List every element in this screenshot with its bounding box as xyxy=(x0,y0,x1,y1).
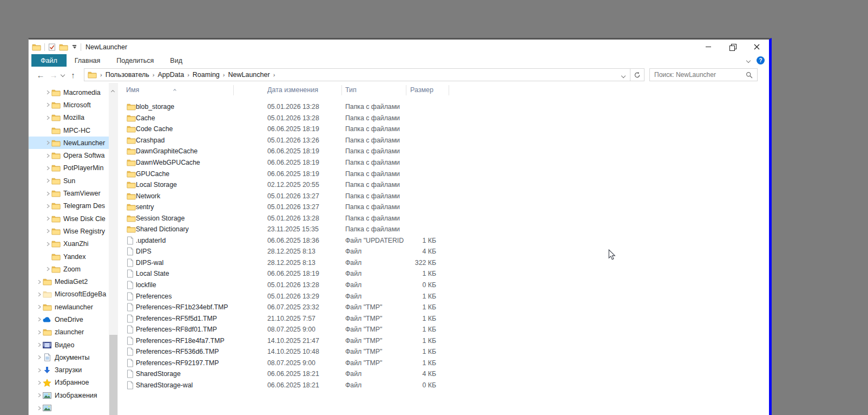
breadcrumb-separator-icon[interactable]: › xyxy=(187,72,190,78)
sidebar-item[interactable]: Mozilla xyxy=(29,112,109,124)
breadcrumb-item[interactable]: Пользователь xyxy=(106,71,149,79)
sidebar-item[interactable]: Opera Softwa xyxy=(29,149,109,161)
tab-file[interactable]: Файл xyxy=(31,54,67,67)
address-bar[interactable]: ›Пользователь›AppData›Roaming›NewLaunche… xyxy=(84,68,630,81)
scroll-up-icon[interactable] xyxy=(111,90,115,94)
tree-expand-icon[interactable] xyxy=(45,216,51,221)
table-row[interactable]: Preferences~RF1b234ebf.TMP06.07.2025 23:… xyxy=(118,302,769,313)
tree-expand-icon[interactable] xyxy=(36,317,42,322)
table-row[interactable]: DawnGraphiteCache06.06.2025 18:19Папка с… xyxy=(118,146,769,157)
tree-expand-icon[interactable] xyxy=(45,229,51,234)
tree-expand-icon[interactable] xyxy=(45,178,51,183)
sidebar-item[interactable]: MPC-HC xyxy=(29,124,109,137)
restore-button[interactable] xyxy=(720,40,745,54)
table-row[interactable]: Code Cache06.06.2025 18:19Папка с файлам… xyxy=(118,124,769,135)
column-header-date[interactable]: Дата изменения xyxy=(267,86,318,94)
sidebar-item[interactable]: NewLauncher xyxy=(29,137,109,149)
table-row[interactable]: DawnWebGPUCache06.06.2025 18:19Папка с ф… xyxy=(118,157,769,168)
minimize-button[interactable] xyxy=(696,40,720,54)
table-row[interactable]: .updaterId06.06.2025 18:36Файл "UPDATERI… xyxy=(118,235,769,247)
address-dropdown-icon[interactable] xyxy=(621,74,626,78)
tree-expand-icon[interactable] xyxy=(45,166,51,171)
table-row[interactable]: blob_storage05.01.2026 13:28Папка с файл… xyxy=(118,101,769,113)
tree-expand-icon[interactable] xyxy=(36,292,42,297)
sidebar-item[interactable]: PotPlayerMin xyxy=(29,162,109,174)
tree-expand-icon[interactable] xyxy=(36,406,42,411)
sidebar-scrollbar[interactable] xyxy=(109,83,118,415)
table-row[interactable]: Local State06.06.2025 18:19Файл1 КБ xyxy=(118,268,769,280)
table-row[interactable]: Preferences~RF8df01.TMP08.07.2025 9:00Фа… xyxy=(118,324,769,335)
tree-expand-icon[interactable] xyxy=(36,355,42,360)
sidebar-item[interactable]: Документы xyxy=(29,351,109,364)
table-row[interactable]: Crashpad05.01.2026 13:26Папка с файлами xyxy=(118,135,769,146)
breadcrumb-item[interactable]: Roaming xyxy=(193,71,220,79)
column-divider[interactable] xyxy=(406,85,406,95)
tree-expand-icon[interactable] xyxy=(36,330,42,335)
table-row[interactable]: Shared Dictionary23.11.2025 15:35Папка с… xyxy=(118,224,769,235)
tree-expand-icon[interactable] xyxy=(36,304,42,309)
tree-expand-icon[interactable] xyxy=(45,267,51,271)
breadcrumb-separator-icon[interactable]: › xyxy=(273,72,276,78)
tree-expand-icon[interactable] xyxy=(45,140,51,145)
sidebar-item[interactable]: OneDrive xyxy=(29,313,109,326)
table-row[interactable]: lockfile05.01.2026 13:28Файл0 КБ xyxy=(118,280,769,291)
table-row[interactable]: SharedStorage06.06.2025 18:21Файл4 КБ xyxy=(118,368,769,380)
forward-button[interactable]: → xyxy=(47,70,60,80)
search-icon[interactable] xyxy=(741,72,757,79)
sidebar-item[interactable]: Загрузки xyxy=(29,364,109,377)
sidebar-item[interactable]: newlauncher xyxy=(29,301,109,313)
breadcrumb-item[interactable]: NewLauncher xyxy=(228,71,270,79)
tree-expand-icon[interactable] xyxy=(45,242,51,247)
column-header-type[interactable]: Тип xyxy=(345,86,357,94)
expand-ribbon-icon[interactable] xyxy=(746,58,751,62)
sidebar-item[interactable]: TeamViewer xyxy=(29,187,109,199)
table-row[interactable]: Preferences~RF18e4fa7.TMP14.10.2025 21:4… xyxy=(118,335,769,346)
table-row[interactable]: Session Storage05.01.2026 13:28Папка с ф… xyxy=(118,212,769,224)
tree-expand-icon[interactable] xyxy=(45,204,51,209)
sidebar-item[interactable]: Sun xyxy=(29,174,109,187)
column-divider[interactable] xyxy=(341,85,342,95)
sidebar-item[interactable]: MicrosoftEdgeBa xyxy=(29,288,109,301)
tab-view[interactable]: Вид xyxy=(162,54,190,67)
search-input[interactable]: Поиск: NewLauncher xyxy=(649,68,758,81)
table-row[interactable]: Preferences05.01.2026 13:29Файл1 КБ xyxy=(118,290,769,302)
sidebar-item[interactable]: Zoom xyxy=(29,263,109,275)
sidebar-item[interactable]: Wise Registry xyxy=(29,225,109,237)
back-button[interactable]: ← xyxy=(34,70,47,80)
tree-expand-icon[interactable] xyxy=(36,280,42,284)
table-row[interactable]: Cache05.01.2026 13:28Папка с файлами xyxy=(118,113,769,124)
breadcrumb-separator-icon[interactable]: › xyxy=(222,72,226,78)
tree-expand-icon[interactable] xyxy=(36,368,42,373)
table-row[interactable]: Network05.01.2026 13:27Папка с файлами xyxy=(118,190,769,202)
tab-share[interactable]: Поделиться xyxy=(108,54,162,67)
sidebar-item[interactable]: Telegram Des xyxy=(29,200,109,212)
sidebar-item[interactable]: MediaGet2 xyxy=(29,275,109,288)
table-row[interactable]: DIPS-wal28.12.2025 8:13Файл322 КБ xyxy=(118,257,769,269)
refresh-button[interactable] xyxy=(630,68,645,81)
tree-expand-icon[interactable] xyxy=(36,342,42,347)
table-row[interactable]: SharedStorage-wal06.06.2025 18:21Файл0 К… xyxy=(118,380,769,391)
sidebar-item[interactable]: Wise Disk Cle xyxy=(29,212,109,225)
up-button[interactable]: ↑ xyxy=(67,70,80,80)
sidebar-item[interactable]: XuanZhi xyxy=(29,238,109,250)
column-divider[interactable] xyxy=(233,85,234,95)
tree-expand-icon[interactable] xyxy=(36,380,42,385)
tree-expand-icon[interactable] xyxy=(45,90,51,95)
sidebar-item[interactable]: Microsoft xyxy=(29,99,109,111)
breadcrumb-separator-icon[interactable]: › xyxy=(152,72,155,78)
sidebar-item[interactable]: Изображения xyxy=(29,389,109,401)
scrollbar-thumb[interactable] xyxy=(109,335,117,415)
sidebar-item[interactable] xyxy=(29,401,109,414)
help-icon[interactable]: ? xyxy=(757,56,765,64)
table-row[interactable]: GPUCache06.06.2025 18:19Папка с файлами xyxy=(118,168,769,179)
tree-expand-icon[interactable] xyxy=(45,102,51,107)
sidebar-item[interactable]: Yandex xyxy=(29,250,109,263)
breadcrumb-item[interactable]: AppData xyxy=(157,71,184,79)
tree-expand-icon[interactable] xyxy=(45,191,51,196)
sidebar-item[interactable]: Избранное xyxy=(29,377,109,389)
column-header-name[interactable]: Имя xyxy=(126,86,139,94)
table-row[interactable]: Preferences~RF92197.TMP08.07.2025 9:00Фа… xyxy=(118,358,769,369)
new-folder-icon[interactable] xyxy=(59,43,68,51)
recent-locations-dropdown-icon[interactable] xyxy=(61,73,65,77)
customize-toolbar-dropdown-icon[interactable] xyxy=(71,44,77,50)
